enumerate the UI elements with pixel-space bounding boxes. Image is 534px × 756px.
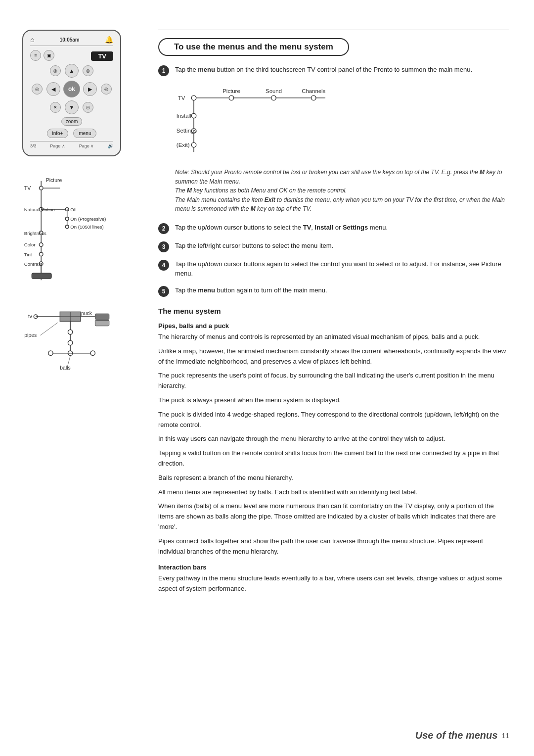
section-title: To use the menus and the menu system	[158, 38, 349, 56]
remote-bottom-row: info+ menu	[30, 129, 113, 138]
svg-point-40	[90, 351, 95, 355]
step-3-number: 3	[158, 241, 169, 252]
svg-text:balls: balls	[60, 365, 70, 371]
remote-row-zoom: zoom	[30, 117, 113, 126]
svg-point-53	[191, 95, 196, 100]
menu-btn: menu	[73, 129, 96, 138]
page-indicator: 3/3	[30, 143, 37, 148]
svg-text:pipes: pipes	[24, 332, 37, 338]
tv-label: TV	[91, 51, 113, 61]
info-plus-btn: info+	[47, 129, 69, 138]
svg-point-19	[39, 252, 43, 256]
btn-circle3: ◎	[32, 84, 43, 94]
svg-text:Picture: Picture	[46, 177, 62, 183]
svg-point-51	[312, 95, 316, 100]
svg-text:Install: Install	[177, 113, 191, 119]
svg-text:Channels: Channels	[302, 88, 325, 94]
svg-point-17	[39, 243, 43, 247]
step-5: 5 Tap the menu button again to turn off …	[158, 285, 509, 297]
svg-text:tv: tv	[28, 314, 33, 319]
svg-text:On (1050i lines): On (1050i lines)	[70, 224, 103, 230]
svg-text:Tint: Tint	[24, 252, 32, 257]
btn-circle1: ◎	[50, 65, 61, 76]
svg-rect-43	[95, 314, 109, 319]
pipes-svg: tv pipes puck	[20, 306, 124, 395]
svg-point-36	[68, 340, 72, 345]
para-3: The puck represents the user's point of …	[158, 371, 509, 391]
step-3: 3 Tap the left/right cursor buttons to s…	[158, 241, 509, 252]
btn-right: ▶	[83, 82, 97, 96]
volume-icon: 🔔	[105, 36, 113, 44]
para-4: The puck is always present when the menu…	[158, 395, 509, 406]
svg-text:puck: puck	[81, 311, 92, 316]
para-8: Balls represent a branch of the menu hie…	[158, 473, 509, 483]
para-6: In this way users can navigate through t…	[158, 434, 509, 444]
step-5-text: Tap the menu button again to turn off th…	[175, 285, 327, 295]
step-2-number: 2	[158, 223, 169, 234]
step-4: 4 Tap the up/down cursor buttons again t…	[158, 259, 509, 279]
page-footer: Use of the menus 11	[415, 730, 509, 741]
pipes-balls-diagram: tv pipes puck	[20, 306, 124, 397]
step-2: 2 Tap the up/down cursor buttons to sele…	[158, 223, 509, 234]
pipes-balls-title: Pipes, balls and a puck	[158, 322, 509, 330]
btn-up-arrow: ▲	[65, 64, 79, 78]
svg-point-35	[68, 330, 72, 334]
btn-circle5: ✕	[50, 102, 61, 113]
step-1: 1 Tap the menu button on the third touch…	[158, 65, 509, 76]
step-2-text: Tap the up/down cursor buttons to select…	[175, 223, 388, 233]
btn-ok: ok	[63, 81, 80, 97]
svg-point-11	[65, 217, 69, 221]
zoom-btn: zoom	[61, 117, 82, 126]
svg-point-59	[191, 142, 196, 147]
svg-text:Contrast: Contrast	[24, 261, 42, 267]
right-column: To use the menus and the menu system 1 T…	[143, 20, 534, 736]
interaction-bars-text: Every pathway in the menu structure lead…	[158, 573, 509, 594]
left-column: ⌂ 10:05am 🔔 ≡ ▣ TV ◎ ▲ ◎ ◎ ◀ ok	[0, 20, 143, 736]
svg-rect-44	[95, 320, 109, 326]
svg-point-49	[229, 95, 234, 100]
svg-line-29	[41, 323, 58, 335]
btn-down-arrow: ▼	[65, 100, 79, 114]
step-5-number: 5	[158, 286, 169, 297]
svg-text:TV: TV	[24, 185, 31, 191]
remote-row-2: ◎ ◀ ok ▶ ◎	[30, 81, 113, 97]
footer-title: Use of the menus	[415, 730, 498, 741]
svg-point-13	[65, 225, 69, 229]
svg-text:Brightness: Brightness	[24, 231, 46, 236]
speaker-icon: 🔊	[108, 143, 113, 148]
svg-text:On (Progressive): On (Progressive)	[70, 216, 106, 222]
btn-circle2: ◎	[83, 65, 93, 76]
btn-screen: ▣	[44, 50, 54, 61]
step-1-text: Tap the menu button on the third touchsc…	[175, 65, 472, 75]
svg-point-55	[191, 113, 196, 118]
step-3-text: Tap the left/right cursor buttons to sel…	[175, 241, 333, 251]
btn-circle4: ◎	[101, 84, 112, 94]
remote-page-row: 3/3 Page ∧ Page ∨ 🔊	[30, 141, 113, 148]
para-11: Pipes connect balls together and show th…	[158, 536, 509, 557]
left-menu-diagram: Picture TV Natural Motion Off On (Progre…	[17, 176, 126, 286]
page: ⌂ 10:05am 🔔 ≡ ▣ TV ◎ ▲ ◎ ◎ ◀ ok	[0, 0, 534, 756]
interaction-bars-title: Interaction bars	[158, 564, 509, 571]
btn-list: ≡	[30, 50, 41, 61]
para-5: The puck is divided into 4 wedge-shaped …	[158, 410, 509, 430]
page-down-label: Page ∨	[79, 143, 94, 148]
para-2: Unlike a map, however, the animated mech…	[158, 346, 509, 367]
step-4-number: 4	[158, 260, 169, 271]
svg-text:Sound: Sound	[266, 88, 282, 94]
house-icon: ⌂	[30, 36, 34, 44]
remote-time: 10:05am	[60, 37, 80, 43]
btn-left: ◀	[46, 82, 60, 96]
remote-row-1: ◎ ▲ ◎	[30, 64, 113, 78]
para-7: Tapping a valid button on the remote con…	[158, 448, 509, 469]
main-menu-svg: Picture Sound Channels TV Install Settin…	[175, 83, 363, 157]
svg-text:Picture: Picture	[222, 88, 240, 94]
svg-text:TV: TV	[178, 95, 185, 101]
btn-circle6: ◎	[83, 102, 93, 113]
svg-rect-23	[32, 273, 51, 279]
main-menu-diagram: Picture Sound Channels TV Install Settin…	[175, 83, 509, 159]
svg-text:(Exit): (Exit)	[177, 142, 190, 148]
remote-diagram: ⌂ 10:05am 🔔 ≡ ▣ TV ◎ ▲ ◎ ◎ ◀ ok	[22, 30, 121, 156]
svg-point-39	[48, 351, 53, 355]
svg-point-50	[271, 95, 276, 100]
top-rule	[158, 30, 509, 30]
